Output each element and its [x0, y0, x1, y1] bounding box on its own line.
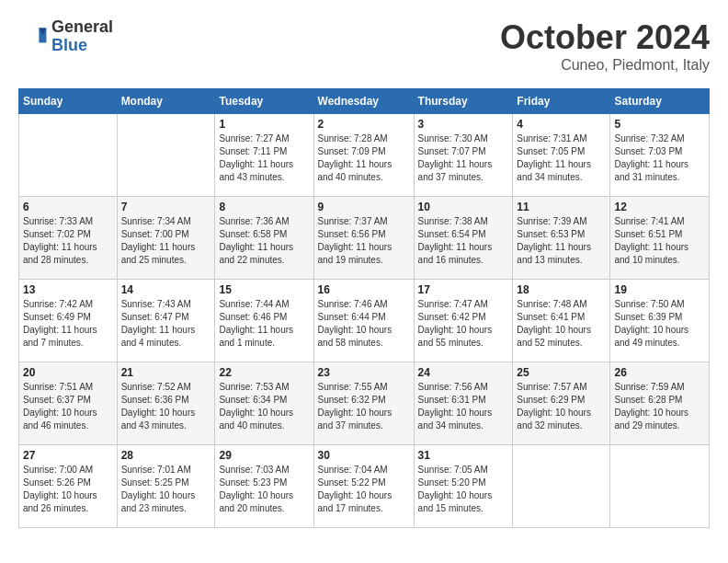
calendar-cell	[513, 445, 610, 528]
calendar-cell: 1Sunrise: 7:27 AMSunset: 7:11 PMDaylight…	[215, 114, 313, 197]
day-number: 16	[318, 283, 410, 296]
calendar-cell	[19, 114, 118, 197]
day-number: 25	[517, 366, 606, 379]
calendar-cell: 24Sunrise: 7:56 AMSunset: 6:31 PMDayligh…	[414, 362, 513, 445]
calendar-cell: 25Sunrise: 7:57 AMSunset: 6:29 PMDayligh…	[513, 362, 610, 445]
logo: General Blue	[18, 18, 113, 55]
calendar-cell: 29Sunrise: 7:03 AMSunset: 5:23 PMDayligh…	[215, 445, 313, 528]
calendar-cell: 22Sunrise: 7:53 AMSunset: 6:34 PMDayligh…	[215, 362, 313, 445]
day-number: 21	[121, 366, 211, 379]
logo-blue-text: Blue	[51, 37, 113, 55]
day-number: 3	[418, 118, 509, 131]
month-title: October 2024	[500, 18, 710, 57]
day-number: 29	[219, 449, 309, 462]
weekday-header-wednesday: Wednesday	[313, 89, 414, 114]
day-info: Sunrise: 7:57 AMSunset: 6:29 PMDaylight:…	[517, 381, 606, 432]
day-info: Sunrise: 7:05 AMSunset: 5:20 PMDaylight:…	[418, 464, 509, 515]
day-info: Sunrise: 7:36 AMSunset: 6:58 PMDaylight:…	[219, 215, 309, 267]
calendar-cell: 3Sunrise: 7:30 AMSunset: 7:07 PMDaylight…	[414, 114, 513, 197]
day-number: 9	[318, 201, 410, 213]
day-number: 12	[614, 201, 705, 213]
calendar-cell: 8Sunrise: 7:36 AMSunset: 6:58 PMDaylight…	[215, 197, 313, 280]
day-info: Sunrise: 7:56 AMSunset: 6:31 PMDaylight:…	[418, 381, 509, 432]
weekday-header-thursday: Thursday	[414, 89, 513, 114]
calendar-cell: 26Sunrise: 7:59 AMSunset: 6:28 PMDayligh…	[610, 362, 710, 445]
day-number: 4	[517, 118, 606, 131]
calendar-cell: 21Sunrise: 7:52 AMSunset: 6:36 PMDayligh…	[117, 362, 215, 445]
week-row-5: 27Sunrise: 7:00 AMSunset: 5:26 PMDayligh…	[19, 445, 710, 528]
day-info: Sunrise: 7:52 AMSunset: 6:36 PMDaylight:…	[121, 381, 211, 432]
day-number: 8	[219, 201, 309, 213]
day-info: Sunrise: 7:31 AMSunset: 7:05 PMDaylight:…	[517, 132, 606, 184]
day-number: 6	[23, 201, 113, 213]
day-info: Sunrise: 7:28 AMSunset: 7:09 PMDaylight:…	[318, 132, 410, 184]
day-info: Sunrise: 7:44 AMSunset: 6:46 PMDaylight:…	[219, 298, 309, 350]
day-info: Sunrise: 7:42 AMSunset: 6:49 PMDaylight:…	[23, 298, 113, 350]
calendar-cell: 30Sunrise: 7:04 AMSunset: 5:22 PMDayligh…	[313, 445, 414, 528]
logo-general-text: General	[51, 18, 113, 37]
calendar-cell: 11Sunrise: 7:39 AMSunset: 6:53 PMDayligh…	[513, 197, 610, 280]
calendar-cell: 13Sunrise: 7:42 AMSunset: 6:49 PMDayligh…	[19, 280, 118, 362]
day-number: 20	[23, 366, 113, 379]
day-info: Sunrise: 7:51 AMSunset: 6:37 PMDaylight:…	[23, 381, 113, 432]
calendar-table: SundayMondayTuesdayWednesdayThursdayFrid…	[18, 88, 710, 528]
week-row-3: 13Sunrise: 7:42 AMSunset: 6:49 PMDayligh…	[19, 280, 710, 362]
day-info: Sunrise: 7:50 AMSunset: 6:39 PMDaylight:…	[614, 298, 705, 350]
day-info: Sunrise: 7:01 AMSunset: 5:25 PMDaylight:…	[121, 464, 211, 515]
day-info: Sunrise: 7:38 AMSunset: 6:54 PMDaylight:…	[418, 215, 509, 267]
day-info: Sunrise: 7:37 AMSunset: 6:56 PMDaylight:…	[318, 215, 410, 267]
day-number: 13	[23, 283, 113, 296]
calendar-cell: 7Sunrise: 7:34 AMSunset: 7:00 PMDaylight…	[117, 197, 215, 280]
day-info: Sunrise: 7:03 AMSunset: 5:23 PMDaylight:…	[219, 464, 309, 515]
day-info: Sunrise: 7:39 AMSunset: 6:53 PMDaylight:…	[517, 215, 606, 267]
day-info: Sunrise: 7:43 AMSunset: 6:47 PMDaylight:…	[121, 298, 211, 350]
calendar-cell: 14Sunrise: 7:43 AMSunset: 6:47 PMDayligh…	[117, 280, 215, 362]
page-header: General Blue October 2024 Cuneo, Piedmon…	[18, 18, 710, 74]
calendar-cell: 20Sunrise: 7:51 AMSunset: 6:37 PMDayligh…	[19, 362, 118, 445]
day-info: Sunrise: 7:55 AMSunset: 6:32 PMDaylight:…	[318, 381, 410, 432]
calendar-cell: 6Sunrise: 7:33 AMSunset: 7:02 PMDaylight…	[19, 197, 118, 280]
week-row-2: 6Sunrise: 7:33 AMSunset: 7:02 PMDaylight…	[19, 197, 710, 280]
weekday-header-monday: Monday	[117, 89, 215, 114]
day-number: 30	[318, 449, 410, 462]
day-info: Sunrise: 7:41 AMSunset: 6:51 PMDaylight:…	[614, 215, 705, 267]
day-number: 11	[517, 201, 606, 213]
calendar-cell: 2Sunrise: 7:28 AMSunset: 7:09 PMDaylight…	[313, 114, 414, 197]
day-info: Sunrise: 7:48 AMSunset: 6:41 PMDaylight:…	[517, 298, 606, 350]
calendar-cell: 23Sunrise: 7:55 AMSunset: 6:32 PMDayligh…	[313, 362, 414, 445]
calendar-cell: 10Sunrise: 7:38 AMSunset: 6:54 PMDayligh…	[414, 197, 513, 280]
calendar-cell: 16Sunrise: 7:46 AMSunset: 6:44 PMDayligh…	[313, 280, 414, 362]
day-info: Sunrise: 7:33 AMSunset: 7:02 PMDaylight:…	[23, 215, 113, 267]
day-number: 19	[614, 283, 705, 296]
calendar-cell: 4Sunrise: 7:31 AMSunset: 7:05 PMDaylight…	[513, 114, 610, 197]
day-number: 22	[219, 366, 309, 379]
calendar-cell: 27Sunrise: 7:00 AMSunset: 5:26 PMDayligh…	[19, 445, 118, 528]
day-info: Sunrise: 7:47 AMSunset: 6:42 PMDaylight:…	[418, 298, 509, 350]
day-number: 2	[318, 118, 410, 131]
calendar-cell: 9Sunrise: 7:37 AMSunset: 6:56 PMDaylight…	[313, 197, 414, 280]
day-number: 28	[121, 449, 211, 462]
day-number: 31	[418, 449, 509, 462]
calendar-cell: 31Sunrise: 7:05 AMSunset: 5:20 PMDayligh…	[414, 445, 513, 528]
calendar-cell: 17Sunrise: 7:47 AMSunset: 6:42 PMDayligh…	[414, 280, 513, 362]
location: Cuneo, Piedmont, Italy	[500, 57, 710, 74]
day-info: Sunrise: 7:27 AMSunset: 7:11 PMDaylight:…	[219, 132, 309, 184]
day-number: 7	[121, 201, 211, 213]
day-number: 27	[23, 449, 113, 462]
day-info: Sunrise: 7:30 AMSunset: 7:07 PMDaylight:…	[418, 132, 509, 184]
calendar-cell: 5Sunrise: 7:32 AMSunset: 7:03 PMDaylight…	[610, 114, 710, 197]
weekday-header-sunday: Sunday	[19, 89, 118, 114]
day-number: 10	[418, 201, 509, 213]
weekday-header-tuesday: Tuesday	[215, 89, 313, 114]
calendar-cell: 28Sunrise: 7:01 AMSunset: 5:25 PMDayligh…	[117, 445, 215, 528]
day-number: 23	[318, 366, 410, 379]
calendar-cell	[610, 445, 710, 528]
day-info: Sunrise: 7:53 AMSunset: 6:34 PMDaylight:…	[219, 381, 309, 432]
weekday-header-friday: Friday	[513, 89, 610, 114]
calendar-cell: 19Sunrise: 7:50 AMSunset: 6:39 PMDayligh…	[610, 280, 710, 362]
calendar-cell: 12Sunrise: 7:41 AMSunset: 6:51 PMDayligh…	[610, 197, 710, 280]
title-block: October 2024 Cuneo, Piedmont, Italy	[500, 18, 710, 74]
day-number: 15	[219, 283, 309, 296]
day-info: Sunrise: 7:34 AMSunset: 7:00 PMDaylight:…	[121, 215, 211, 267]
logo-icon	[18, 22, 48, 52]
